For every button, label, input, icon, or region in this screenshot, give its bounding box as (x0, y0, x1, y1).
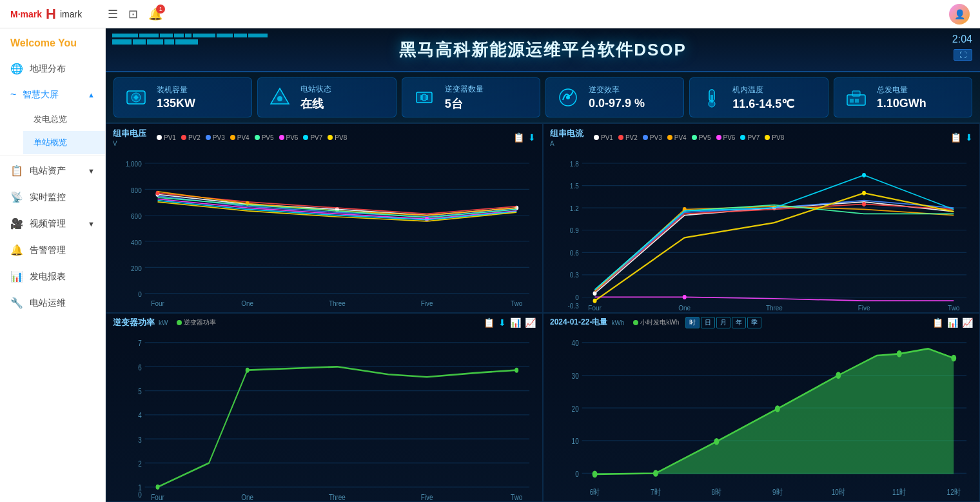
svg-text:11时: 11时 (892, 487, 906, 496)
svg-point-115 (951, 354, 956, 361)
time-tab-hour[interactable]: 时 (685, 317, 700, 328)
legend-pv8: PV8 (328, 134, 347, 141)
sidebar-item-station-overview[interactable]: 单站概览 (23, 131, 105, 154)
sidebar-item-power-report[interactable]: 📊 发电报表 (0, 263, 105, 290)
total-power-icon (842, 83, 870, 112)
bar-chart-icon-power[interactable]: 📊 (510, 317, 521, 328)
stat-card-efficiency: 逆变效率 0.0-97.9 % (545, 77, 684, 117)
svg-text:3: 3 (138, 434, 142, 444)
svg-text:Two: Two (511, 492, 523, 501)
svg-point-112 (775, 405, 780, 412)
svg-point-89 (246, 367, 250, 372)
download-icon[interactable]: ⬇ (528, 132, 536, 143)
bar-chart-icon-energy[interactable]: 📊 (947, 317, 958, 328)
chevron-down-icon-video: ▼ (88, 220, 95, 228)
svg-text:Two: Two (948, 303, 959, 312)
time-tab-day[interactable]: 日 (701, 317, 715, 328)
geo-icon: 🌐 (10, 63, 23, 75)
fullscreen-btn[interactable]: ⛶ (954, 49, 972, 61)
screen-header: 黑马高科新能源运维平台软件DSOP 2:04 ⛶ (106, 28, 980, 72)
bell-wrap[interactable]: 🔔 1 (148, 7, 162, 21)
current-chart-svg: 1.8 1.5 1.2 0.9 0.6 0.3 0 -0.3 Four One … (544, 148, 979, 312)
smart-screen-icon: ~ (10, 89, 16, 101)
voltage-title-wrap: 组串电压 V (113, 128, 146, 147)
chart-header-energy: 2024-01-22-电量 kWh 小时发电kWh 时 日 月 年 季 📋 (544, 314, 979, 330)
deco-bar (139, 34, 159, 37)
alarm-icon: 🔔 (10, 244, 23, 256)
stat-card-status: 电站状态 在线 (257, 77, 396, 117)
sidebar-label-realtime: 实时监控 (30, 192, 66, 203)
sidebar-item-geo[interactable]: 🌐 地理分布 (0, 55, 105, 82)
stat-label-efficiency: 逆变效率 (589, 85, 645, 95)
content-area: 黑马高科新能源运维平台软件DSOP 2:04 ⛶ 装机容量 135KW (106, 28, 980, 502)
deco-bar (248, 34, 268, 37)
svg-text:1.8: 1.8 (570, 159, 579, 168)
svg-text:5: 5 (138, 386, 142, 396)
legend-pv6: PV6 (279, 134, 299, 141)
chart-actions-voltage: 📋 ⬇ (513, 132, 536, 143)
svg-text:9时: 9时 (772, 487, 783, 496)
svg-rect-16 (855, 99, 859, 103)
stat-label-temperature: 机内温度 (732, 85, 794, 95)
stats-bar: 装机容量 135KW 电站状态 在线 逆变器数量 (106, 72, 980, 123)
chart-legend-power: 逆变器功率 (177, 318, 216, 327)
sidebar-item-alarm[interactable]: 🔔 告警管理 (0, 237, 105, 263)
sidebar-label-station-assets: 电站资产 (30, 165, 66, 177)
sidebar-divider-1 (0, 156, 105, 156)
deco-bar (164, 39, 174, 45)
time-tab-month[interactable]: 月 (716, 317, 730, 328)
deco-bar (175, 39, 198, 45)
chart-unit-voltage: V (113, 140, 146, 147)
capacity-icon (122, 83, 150, 112)
chevron-up-icon: ▲ (88, 91, 95, 99)
download-icon-power[interactable]: ⬇ (498, 317, 506, 328)
table-icon-power[interactable]: 📋 (484, 317, 495, 328)
screen-icon[interactable]: ⊡ (128, 7, 138, 21)
avatar[interactable]: 👤 (949, 4, 970, 25)
chart-date-energy: 2024-01-22-电量 (550, 317, 607, 328)
legend-current-label-pv6: PV6 (723, 134, 736, 141)
bell-badge: 1 (156, 5, 165, 14)
stat-value-temperature: 11.6-14.5℃ (732, 97, 794, 111)
download-icon-current[interactable]: ⬇ (965, 132, 973, 143)
deco-bars-top (112, 34, 268, 37)
svg-text:7: 7 (138, 337, 142, 347)
svg-text:Three: Three (766, 303, 783, 312)
stat-card-total-power: 总发电量 1.10GWh (834, 77, 972, 117)
table-icon[interactable]: 📋 (513, 132, 524, 143)
legend-label-pv2: PV2 (188, 134, 201, 141)
legend-current-label-pv7: PV7 (747, 134, 760, 141)
sidebar-item-power-overview[interactable]: 发电总览 (23, 108, 105, 131)
line-chart-icon-energy[interactable]: 📈 (962, 317, 973, 328)
svg-text:0.6: 0.6 (570, 248, 579, 257)
menu-icon[interactable]: ☰ (108, 7, 118, 21)
legend-label-pv7: PV7 (310, 134, 322, 141)
station-ops-icon: 🔧 (10, 297, 23, 309)
svg-text:0: 0 (138, 489, 142, 499)
line-chart-icon-power[interactable]: 📈 (525, 317, 536, 328)
svg-text:1.5: 1.5 (570, 182, 579, 190)
current-title-wrap: 组串电流 A (550, 128, 583, 147)
stat-label-capacity: 装机容量 (157, 85, 195, 95)
sidebar-item-station-ops[interactable]: 🔧 电站运维 (0, 290, 105, 316)
table-icon-energy[interactable]: 📋 (932, 317, 943, 328)
svg-point-88 (156, 484, 160, 489)
chart-legend-current: PV1 PV2 PV3 PV4 PV5 PV6 PV7 PV8 (594, 134, 784, 141)
stat-value-total-power: 1.10GWh (877, 97, 926, 110)
sidebar-item-realtime[interactable]: 📡 实时监控 (0, 184, 105, 210)
legend-current-label-pv3: PV3 (650, 134, 662, 141)
time-tab-year[interactable]: 年 (732, 317, 746, 328)
deco-bar (133, 39, 146, 45)
svg-point-3 (277, 96, 282, 101)
svg-text:Four: Four (151, 299, 164, 308)
sidebar-item-video[interactable]: 🎥 视频管理 ▼ (0, 210, 105, 237)
svg-text:0.3: 0.3 (570, 271, 579, 279)
sidebar-welcome: Welcome You (0, 28, 105, 55)
table-icon-current[interactable]: 📋 (950, 132, 961, 143)
svg-text:6时: 6时 (590, 487, 600, 496)
time-tab-quarter[interactable]: 季 (747, 317, 761, 328)
sidebar-item-station-assets[interactable]: 📋 电站资产 ▼ (0, 157, 105, 184)
svg-point-113 (836, 372, 841, 379)
sidebar-item-smart-screen[interactable]: ~ 智慧大屏 ▲ (0, 82, 105, 108)
deco-bar (193, 34, 215, 37)
